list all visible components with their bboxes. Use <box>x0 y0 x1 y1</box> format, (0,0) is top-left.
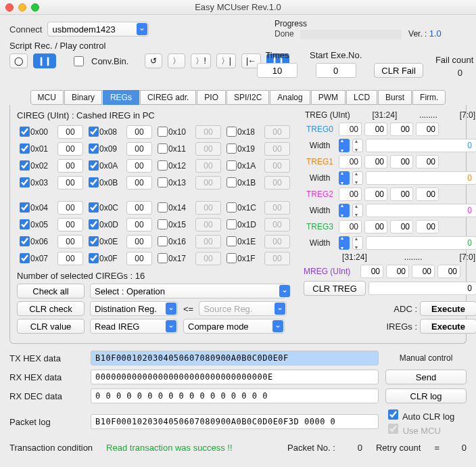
cireg-check-0x1F[interactable] <box>227 253 237 263</box>
treg1-b1[interactable] <box>390 155 413 169</box>
step-bang-button[interactable]: 〉! <box>191 53 210 68</box>
mreg-b1[interactable] <box>412 265 435 278</box>
cireg-val-0x01[interactable] <box>57 142 83 156</box>
cireg-check-0x04[interactable] <box>20 202 30 213</box>
treg1-b3[interactable] <box>339 155 362 169</box>
cireg-val-0x09[interactable] <box>126 142 152 156</box>
cireg-check-0x10[interactable] <box>158 127 168 137</box>
cireg-check-0x06[interactable] <box>20 236 30 246</box>
select-operation[interactable]: Select : Operation <box>90 284 291 298</box>
rx-dec-input[interactable] <box>91 388 379 403</box>
treg0-b2[interactable] <box>364 123 387 136</box>
cireg-check-0x0D[interactable] <box>89 219 99 229</box>
treg3-b3[interactable] <box>339 220 362 234</box>
treg2-b0[interactable] <box>416 187 439 201</box>
loop-button[interactable]: ↺ <box>145 53 162 68</box>
clr-fail-button[interactable]: CLR Fail <box>374 63 423 78</box>
tab-burst[interactable]: Burst <box>378 90 412 105</box>
cireg-check-0x00[interactable] <box>20 127 30 137</box>
treg3-value[interactable] <box>366 236 476 250</box>
clr-check-button[interactable]: CLR check <box>17 301 85 316</box>
auto-clr-log-checkbox[interactable] <box>388 409 398 420</box>
tab-cireg-adr-[interactable]: CIREG adr. <box>140 90 196 105</box>
cireg-check-0x1E[interactable] <box>227 236 237 246</box>
cireg-check-0x0B[interactable] <box>89 177 99 187</box>
cireg-check-0x01[interactable] <box>20 143 30 154</box>
cireg-check-0x13[interactable] <box>158 177 168 187</box>
width-stepper-1[interactable] <box>339 171 350 185</box>
clr-value-button[interactable]: CLR value <box>17 319 85 334</box>
cireg-check-0x18[interactable] <box>227 127 237 137</box>
cireg-val-0x0F[interactable] <box>126 252 152 265</box>
rx-hex-input[interactable] <box>91 370 379 384</box>
adc-execute-button[interactable]: Execute <box>420 301 476 316</box>
cireg-check-0x17[interactable] <box>158 253 168 263</box>
value-stepper-2[interactable] <box>352 204 363 217</box>
mreg-b2[interactable] <box>386 265 409 278</box>
cireg-val-0x08[interactable] <box>126 125 152 139</box>
treg1-value[interactable] <box>366 171 476 185</box>
value-stepper-3[interactable] <box>352 236 363 250</box>
cireg-check-0x1C[interactable] <box>227 202 237 213</box>
cireg-val-0x0B[interactable] <box>126 176 152 190</box>
treg2-b3[interactable] <box>339 187 362 201</box>
mreg-value[interactable] <box>368 282 476 295</box>
cireg-val-0x0D[interactable] <box>126 218 152 231</box>
treg0-b0[interactable] <box>416 123 439 136</box>
times-input[interactable] <box>257 63 298 78</box>
connect-port-select[interactable]: usbmodem1423 <box>47 22 149 37</box>
treg1-b2[interactable] <box>364 155 387 169</box>
step-button[interactable]: 〉 <box>168 53 185 68</box>
send-button[interactable]: Send <box>385 370 467 384</box>
cireg-check-0x0E[interactable] <box>89 236 99 246</box>
cireg-check-0x07[interactable] <box>20 253 30 263</box>
src-reg-select[interactable]: Source Reg. <box>199 301 287 316</box>
treg3-b0[interactable] <box>416 220 439 234</box>
cireg-check-0x11[interactable] <box>158 143 168 154</box>
dest-reg-select[interactable]: Distination Reg. <box>90 301 178 316</box>
cireg-val-0x00[interactable] <box>57 125 83 139</box>
treg1-b0[interactable] <box>416 155 439 169</box>
width-stepper-3[interactable] <box>339 236 350 250</box>
packet-log-input[interactable] <box>91 414 379 429</box>
clr-treg-button[interactable]: CLR TREG <box>304 281 366 296</box>
zoom-icon[interactable] <box>31 3 39 12</box>
cireg-val-0x03[interactable] <box>57 176 83 190</box>
tab-lcd[interactable]: LCD <box>346 90 377 105</box>
cireg-check-0x12[interactable] <box>158 160 168 171</box>
tab-firm-[interactable]: Firm. <box>412 90 446 105</box>
cireg-check-0x1B[interactable] <box>227 177 237 187</box>
tx-hex-input[interactable] <box>91 351 379 365</box>
cireg-check-0x19[interactable] <box>227 143 237 154</box>
value-stepper-1[interactable] <box>352 171 363 185</box>
cireg-check-0x05[interactable] <box>20 219 30 229</box>
convbin-checkbox[interactable] <box>74 56 84 66</box>
treg3-b2[interactable] <box>364 220 387 234</box>
tab-pwm[interactable]: PWM <box>311 90 346 105</box>
cireg-val-0x07[interactable] <box>57 252 83 265</box>
tab-spi-i2c[interactable]: SPI/I2C <box>227 90 269 105</box>
cireg-check-0x02[interactable] <box>20 160 30 171</box>
cireg-val-0x0C[interactable] <box>126 201 152 215</box>
cireg-check-0x15[interactable] <box>158 219 168 229</box>
tab-mcu[interactable]: MCU <box>30 90 64 105</box>
check-all-button[interactable]: Check all <box>17 284 85 298</box>
step-end-button[interactable]: 〉| <box>216 53 236 68</box>
cireg-check-0x0A[interactable] <box>89 160 99 171</box>
width-stepper-2[interactable] <box>339 204 350 217</box>
clr-log-button[interactable]: CLR log <box>385 388 467 403</box>
close-icon[interactable] <box>5 3 14 12</box>
read-ireg-select[interactable]: Read IREG <box>90 319 178 334</box>
pause-button-1[interactable]: ❙❙ <box>33 53 56 68</box>
tab-analog[interactable]: Analog <box>270 90 310 105</box>
treg3-b1[interactable] <box>390 220 413 234</box>
treg0-b3[interactable] <box>339 123 362 136</box>
treg2-value[interactable] <box>366 204 476 217</box>
cireg-check-0x09[interactable] <box>89 143 99 154</box>
record-button[interactable]: ◯ <box>9 53 28 68</box>
treg2-b2[interactable] <box>364 187 387 201</box>
treg2-b1[interactable] <box>390 187 413 201</box>
cireg-val-0x04[interactable] <box>57 201 83 215</box>
cireg-check-0x08[interactable] <box>89 127 99 137</box>
cireg-val-0x05[interactable] <box>57 218 83 231</box>
